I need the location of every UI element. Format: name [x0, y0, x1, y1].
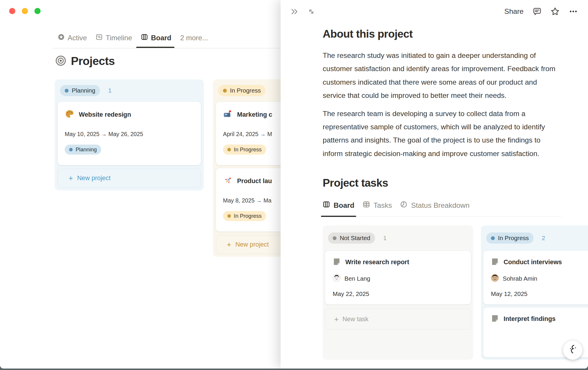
project-card-status-badge: In Progress — [223, 145, 266, 155]
new-project-button[interactable]: + New project — [58, 169, 201, 187]
status-badge-in-progress: In Progress — [218, 85, 266, 96]
notion-ai-button[interactable] — [563, 340, 582, 360]
page-icon — [491, 314, 499, 324]
status-dot — [333, 236, 337, 240]
about-paragraph-2: The research team is developing a survey… — [323, 107, 562, 160]
tab-label: Active — [68, 34, 87, 42]
tab-more-views[interactable]: 2 more... — [180, 33, 208, 43]
status-dot — [69, 148, 73, 151]
project-card-website-redesign[interactable]: Website redesign May 10, 2025 → May 26, … — [58, 102, 201, 165]
tab-board-view[interactable]: Board — [141, 33, 171, 43]
task-column-in-progress: In Progress 2 Conduct interviews — [481, 225, 588, 360]
task-title: Interpret findings — [504, 315, 556, 323]
tab-label: Timeline — [106, 34, 132, 42]
status-dot — [227, 214, 231, 218]
status-badge-not-started: Not Started — [328, 232, 375, 244]
star-circle-icon — [58, 34, 65, 42]
project-card-status-badge: In Progress — [223, 211, 266, 221]
column-count: 1 — [108, 87, 112, 94]
status-badge-in-progress: In Progress — [486, 232, 534, 244]
palette-emoji — [65, 109, 74, 120]
column-count: 2 — [542, 235, 545, 242]
status-dot — [223, 89, 227, 93]
task-date: May 12, 2025 — [491, 290, 588, 297]
plus-icon: + — [69, 174, 73, 182]
rocket-emoji — [223, 176, 233, 187]
tab-tasks[interactable]: Tasks — [363, 201, 392, 216]
page-title: Projects — [71, 55, 115, 68]
more-options-icon[interactable] — [569, 7, 578, 16]
task-card-conduct-interviews[interactable]: Conduct interviews Sohrab Amin May 12, 2… — [483, 251, 588, 304]
tab-board[interactable]: Board — [323, 201, 354, 216]
close-window-button[interactable] — [9, 8, 15, 14]
comments-icon[interactable] — [533, 7, 542, 16]
target-icon — [55, 55, 66, 67]
pie-clock-icon — [400, 201, 407, 210]
page-icon — [333, 258, 341, 267]
peek-body: About this project The research study wa… — [323, 23, 562, 360]
board-icon — [323, 201, 330, 210]
ai-face-icon — [567, 344, 578, 356]
task-date: May 22, 2025 — [333, 290, 463, 297]
project-card-title: Product lau — [237, 178, 272, 185]
page-icon — [491, 258, 499, 267]
notion-window: Active Timeline Board 2 more... Projects — [0, 0, 588, 369]
project-card-title: Website redesign — [79, 111, 131, 118]
page-title-row: Projects — [55, 55, 115, 68]
peek-toolbar: Share — [281, 0, 588, 23]
tab-label: Board — [151, 34, 171, 42]
about-heading: About this project — [323, 27, 562, 41]
close-side-peek-icon[interactable] — [291, 8, 299, 16]
status-dot — [65, 89, 69, 93]
project-card-title: Marketing c — [237, 111, 272, 118]
assignee-name: Sohrab Amin — [503, 275, 537, 282]
new-task-button[interactable]: + New task — [325, 309, 471, 330]
task-title: Write research report — [345, 259, 409, 266]
tab-timeline-view[interactable]: Timeline — [96, 33, 132, 43]
task-card-write-research-report[interactable]: Write research report Ben Lang May 22, 2… — [325, 251, 471, 304]
status-badge-planning: Planning — [60, 85, 100, 96]
about-paragraph-1: The research study was initiated to gain… — [323, 49, 562, 102]
column-header: Not Started 1 — [325, 228, 471, 248]
window-controls — [9, 8, 41, 14]
status-dot — [491, 236, 495, 240]
project-card-status-badge: Planning — [65, 145, 101, 155]
table-icon — [363, 201, 370, 210]
column-count: 1 — [383, 235, 387, 242]
status-dot — [227, 148, 231, 151]
mailbox-emoji — [223, 109, 233, 120]
project-card-dates: May 10, 2025 → May 26, 2025 — [65, 131, 194, 138]
view-tabs: Active Timeline Board 2 more... — [58, 33, 208, 43]
plus-icon: + — [227, 241, 231, 248]
timeline-icon — [96, 34, 103, 42]
column-header: Planning 1 — [58, 82, 201, 99]
tab-active-view[interactable]: Active — [58, 33, 87, 43]
side-peek-panel: Share About this project The research st… — [281, 0, 588, 369]
plus-icon: + — [334, 315, 339, 323]
column-header: In Progress 2 — [483, 228, 588, 248]
avatar-ben-lang — [333, 274, 341, 283]
expand-page-icon[interactable] — [307, 8, 315, 16]
board-column-planning: Planning 1 Website redesign May 10, 2025… — [55, 79, 204, 190]
tab-status-breakdown[interactable]: Status Breakdown — [400, 201, 469, 216]
desktop-background: Active Timeline Board 2 more... Projects — [0, 0, 588, 370]
tasks-heading: Project tasks — [323, 176, 562, 190]
task-column-not-started: Not Started 1 Write research report — [323, 225, 473, 360]
share-button[interactable]: Share — [504, 7, 524, 16]
tab-label: 2 more... — [180, 34, 208, 42]
board-icon — [141, 34, 148, 42]
avatar-sohrab-amin — [491, 274, 499, 283]
task-title: Conduct interviews — [504, 259, 562, 266]
tabs-divider — [52, 48, 281, 48]
zoom-window-button[interactable] — [34, 8, 41, 14]
task-view-tabs: Board Tasks Status Breakdown — [323, 201, 562, 217]
task-board: Not Started 1 Write research report — [323, 225, 588, 360]
favorite-star-icon[interactable] — [551, 7, 559, 16]
minimize-window-button[interactable] — [22, 8, 28, 14]
assignee-name: Ben Lang — [344, 275, 370, 282]
